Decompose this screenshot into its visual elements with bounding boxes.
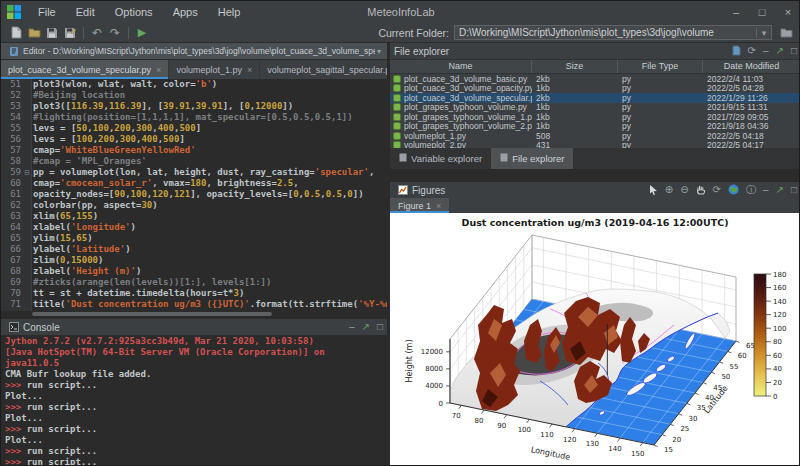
rotate-icon[interactable]: ⟳: [713, 185, 721, 195]
console-maximize-icon[interactable]: □: [377, 322, 383, 332]
editor-header-dropdown-icon[interactable]: ▾: [375, 47, 383, 56]
column-header-name[interactable]: Name: [390, 60, 532, 73]
fold-marker: [21, 233, 33, 244]
file-row[interactable]: plot_grapes_typhoon_volume_2.py1kbpy2021…: [390, 122, 800, 132]
pan-hand-icon[interactable]: [696, 184, 706, 197]
close-button[interactable]: ×: [775, 6, 800, 18]
browse-folder-button[interactable]: [777, 25, 795, 41]
figure-canvas[interactable]: 7080901001101201301401501520253035404550…: [390, 213, 800, 466]
code-line[interactable]: 58#cmap = 'MPL_Oranges': [1, 156, 387, 167]
fold-marker[interactable]: ⊟: [21, 167, 33, 178]
scrollbar-thumb[interactable]: [32, 312, 272, 316]
globe-icon[interactable]: [728, 184, 739, 197]
code-line[interactable]: 67zlim(0, 15000): [1, 255, 387, 266]
file-explorer-minimize-icon[interactable]: –: [763, 46, 769, 56]
tab-file-explorer[interactable]: File explorer: [491, 148, 573, 169]
refresh-icon[interactable]: ⟳: [748, 46, 756, 56]
open-folder-button[interactable]: [25, 25, 43, 41]
code-line[interactable]: 52#Beijing location: [1, 90, 387, 101]
file-date: 2021/7/29 09:05: [703, 112, 800, 122]
minimize-button[interactable]: –: [723, 6, 749, 18]
code-line[interactable]: 66ylabel('Latitude'): [1, 244, 387, 255]
current-folder-combobox[interactable]: D:\Working\MIScript\Jython\mis\plot_type…: [454, 25, 772, 40]
file-row[interactable]: plot_cuace_3d_volume_opacity.py1kbpy2022…: [390, 84, 800, 94]
save-button[interactable]: [43, 25, 61, 41]
zoom-in-icon[interactable]: ⊕: [665, 185, 673, 195]
code-line[interactable]: 68zlabel('Height (m)'): [1, 266, 387, 277]
column-header-date-modified[interactable]: Date Modified: [703, 60, 800, 73]
window-controls: – □ ×: [723, 6, 800, 18]
figure-tab[interactable]: Figure 1 ×: [390, 198, 449, 213]
zoom-out-icon[interactable]: ⊖: [680, 185, 688, 195]
figures-restore-icon[interactable]: ↗: [776, 185, 784, 195]
code-line[interactable]: 57cmap='WhiteBlueGreenYellowRed': [1, 145, 387, 156]
file-explorer-restore-icon[interactable]: ↗: [776, 46, 784, 56]
code-line[interactable]: 55levs = [50,100,200,300,400,500]: [1, 123, 387, 134]
chevron-down-icon[interactable]: ▾: [756, 28, 771, 38]
line-number: 61: [1, 189, 21, 200]
column-header-size[interactable]: Size: [532, 60, 618, 73]
select-arrow-icon[interactable]: [649, 184, 658, 197]
editor-tab[interactable]: volumeplot_1.py×: [169, 60, 260, 79]
horizontal-splitter[interactable]: [390, 169, 800, 182]
code-line[interactable]: 61 opacity_nodes=[90,100,120,121], opaci…: [1, 189, 387, 200]
code-line[interactable]: 62colorbar(pp, aspect=30): [1, 200, 387, 211]
code-line[interactable]: 60 cmap='cmocean_solar_r', vmax=180, bri…: [1, 178, 387, 189]
code-line[interactable]: 64xlabel('Longitude'): [1, 222, 387, 233]
line-number: 60: [1, 178, 21, 189]
editor-tab[interactable]: plot_cuace_3d_volume_specular.py×: [1, 60, 169, 79]
run-script-button[interactable]: ▶: [133, 25, 151, 41]
close-tab-icon[interactable]: ×: [156, 65, 161, 75]
code-line[interactable]: 56levs = [100,200,300,400,500]: [1, 134, 387, 145]
svg-text:55: 55: [730, 363, 739, 371]
file-table-header[interactable]: NameSizeFile TypeDate Modified: [390, 59, 800, 74]
console-restore-icon[interactable]: ↗: [362, 322, 370, 332]
file-row[interactable]: volumeplot_1.py508py2022/2/5 04:18: [390, 131, 800, 141]
svg-text:60: 60: [738, 352, 747, 360]
file-date: 2021/9/15 11:31: [703, 102, 800, 112]
code-line[interactable]: 53plot3([116.39,116.39], [39.91,39.91], …: [1, 101, 387, 112]
menu-options[interactable]: Options: [106, 4, 162, 20]
tab-variable-explorer[interactable]: Variable explorer: [390, 148, 491, 169]
code-line[interactable]: 51plot3(wlon, wlat, walt, color='b'): [1, 79, 387, 90]
console-line: [Java HotSpot(TM) 64-Bit Server VM (Orac…: [5, 347, 383, 369]
code-line[interactable]: 63xlim(65, 155): [1, 211, 387, 222]
tab-label: Variable explorer: [411, 153, 482, 164]
redo-button[interactable]: ↷: [106, 25, 124, 41]
menu-file[interactable]: File: [29, 4, 65, 20]
code-line[interactable]: 65ylim(15, 65): [1, 233, 387, 244]
code-line[interactable]: 69#zticks(arange(len(levels))[1:], level…: [1, 277, 387, 288]
console-output[interactable]: Jython 2.7.2 (v2.7.2:925a3cc3b49d, Mar 2…: [1, 335, 387, 466]
close-tab-icon[interactable]: ×: [247, 65, 252, 75]
file-row[interactable]: plot_cuace_3d_volume_specular.py2kbpy202…: [390, 93, 800, 103]
menu-apps[interactable]: Apps: [164, 4, 207, 20]
fold-marker: [21, 178, 33, 189]
menu-edit[interactable]: Edit: [67, 4, 104, 20]
code-line[interactable]: 54#lighting(position=[1,1,1,1], mat_spec…: [1, 112, 387, 123]
fold-marker: [21, 299, 33, 310]
figure-tab-label: Figure 1: [398, 201, 431, 211]
svg-text:100: 100: [518, 426, 531, 434]
file-explorer-maximize-icon[interactable]: □: [791, 46, 797, 56]
column-header-file-type[interactable]: File Type: [618, 60, 703, 73]
save-as-button[interactable]: [61, 25, 79, 41]
code-line[interactable]: 59⊟pp = volumeplot(lon, lat, height, dus…: [1, 167, 387, 178]
new-file-icon[interactable]: [732, 45, 741, 58]
new-file-button[interactable]: [7, 25, 25, 41]
figures-minimize-icon[interactable]: –: [763, 185, 769, 195]
horizontal-scrollbar[interactable]: [32, 311, 386, 318]
menu-help[interactable]: Help: [209, 4, 250, 20]
code-line[interactable]: 71title('Dust concentration ug/m3 ({}UTC…: [1, 299, 387, 310]
svg-text:130: 130: [586, 440, 599, 448]
code-line[interactable]: 70tt = st + datetime.timedelta(hours=t*3…: [1, 288, 387, 299]
close-figure-icon[interactable]: ×: [436, 201, 441, 211]
undo-button[interactable]: ↶: [88, 25, 106, 41]
file-row[interactable]: plot_cuace_3d_volume_basic.py2kbpy2022/2…: [390, 74, 800, 84]
code-editor[interactable]: 51plot3(wlon, wlat, walt, color='b')52#B…: [1, 79, 387, 311]
figures-maximize-icon[interactable]: □: [791, 185, 797, 195]
maximize-button[interactable]: □: [749, 6, 775, 18]
console-minimize-icon[interactable]: –: [349, 322, 355, 332]
file-row[interactable]: plot_grapes_typhoon_volume_1.py1kbpy2021…: [390, 112, 800, 122]
info-icon[interactable]: ⓘ: [746, 185, 756, 195]
file-row[interactable]: plot_grapes_typhoon_volume.py1kbpy2021/9…: [390, 103, 800, 113]
